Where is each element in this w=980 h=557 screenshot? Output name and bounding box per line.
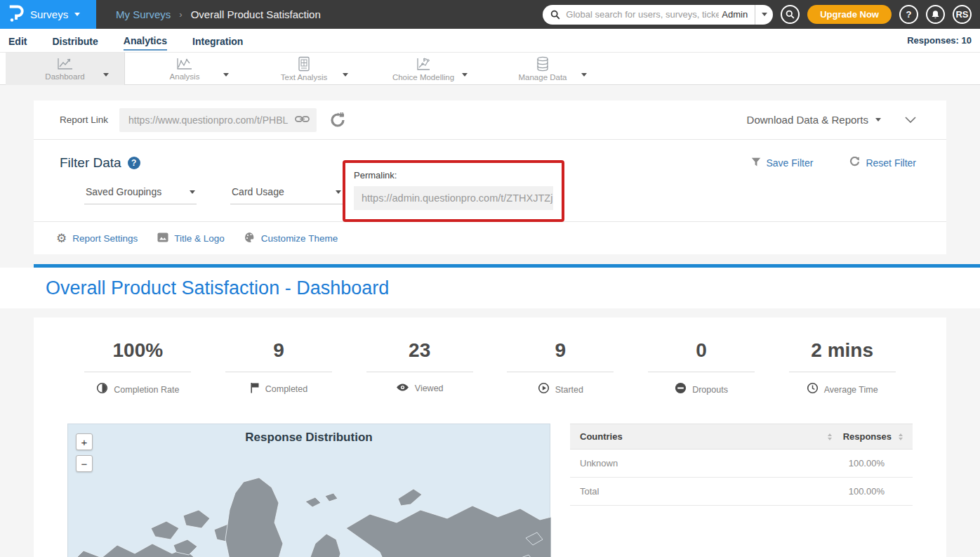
filter-data-title: Filter Data: [60, 155, 121, 171]
map-zoom-in-button[interactable]: +: [76, 433, 93, 450]
dashboard-chart-icon: [56, 57, 74, 71]
text-analysis-icon: [297, 56, 311, 72]
palette-icon-button[interactable]: Customize Theme: [244, 232, 338, 245]
countries-table-header: Countries Responses: [570, 424, 913, 450]
tab-manage-data-dropdown[interactable]: [581, 67, 587, 79]
completion-rate-icon: [96, 382, 108, 397]
collapse-panel-chevron-icon[interactable]: [905, 117, 916, 123]
user-avatar[interactable]: RS: [953, 5, 972, 24]
share-security-icon[interactable]: [330, 112, 345, 128]
download-data-reports-menu[interactable]: Download Data & Reports: [747, 114, 881, 126]
breadcrumb-my-surveys[interactable]: My Surveys: [116, 8, 171, 20]
play-circle-icon: [538, 382, 550, 397]
chevron-down-icon: [74, 13, 80, 16]
title-band: Overall Product Satisfaction - Dashboard: [0, 268, 980, 308]
clock-icon: [807, 382, 819, 397]
refresh-icon: [849, 157, 860, 169]
nav-item-edit[interactable]: Edit: [8, 32, 27, 50]
funnel-icon: [751, 157, 761, 169]
response-distribution-map[interactable]: Response Distribution + −: [67, 424, 550, 557]
report-settings-button[interactable]: ⚙ Report Settings: [56, 232, 138, 244]
stat-viewed: 23 Viewed: [349, 339, 490, 397]
surveys-app-switcher[interactable]: Surveys: [0, 0, 96, 29]
tab-label: Choice Modelling: [392, 73, 454, 81]
nav-item-integration[interactable]: Integration: [192, 32, 243, 50]
responses-count: Responses: 10: [907, 35, 972, 46]
report-settings-row: ⚙ Report Settings Title & Logo Customize…: [34, 221, 946, 254]
card-usage-select[interactable]: Card Usage: [230, 183, 343, 204]
notifications-button[interactable]: [926, 5, 945, 24]
stat-completion-rate: 100% Completion Rate: [67, 339, 208, 397]
save-filter-button[interactable]: Save Filter: [751, 157, 814, 169]
tab-dashboard[interactable]: Dashboard: [6, 53, 125, 85]
countries-table: Countries Responses Unknown 100.00% Tota…: [570, 424, 913, 557]
table-row: Unknown 100.00%: [570, 450, 913, 478]
global-search: Admin: [543, 5, 773, 25]
chevron-down-icon: [190, 190, 195, 194]
permalink-url-field[interactable]: https://admin.questionpro.com/t/ZTHXJTZj: [354, 186, 553, 210]
dashboard-card: 100% Completion Rate 9 Completed 23: [34, 317, 946, 557]
permalink-label: Permalink:: [354, 170, 553, 181]
nav-item-distribute[interactable]: Distribute: [52, 32, 98, 50]
filter-data-section: Filter Data ? Save Filter Reset Filter: [34, 140, 946, 221]
analysis-chart-icon: [176, 57, 194, 71]
page-title: Overall Product Satisfaction - Dashboard: [46, 277, 389, 299]
header-actions: Admin Upgrade Now ? RS: [543, 5, 980, 25]
upgrade-now-button[interactable]: Upgrade Now: [807, 5, 892, 24]
tab-text-analysis-dropdown[interactable]: [343, 67, 348, 79]
search-button[interactable]: [781, 5, 800, 24]
image-icon: [157, 232, 168, 244]
help-button[interactable]: ?: [899, 5, 918, 24]
report-link-row: Report Link https://www.questionpro.com/…: [34, 100, 946, 140]
link-icon[interactable]: [295, 114, 310, 126]
search-scope-label[interactable]: Admin: [719, 9, 755, 20]
search-icon: [550, 10, 560, 20]
stat-dropouts: 0 Dropouts: [631, 339, 772, 397]
column-header-countries[interactable]: Countries: [580, 431, 821, 442]
palette-icon: [244, 232, 256, 245]
breadcrumb-separator: ›: [179, 9, 182, 20]
questionpro-logo-icon: [9, 4, 24, 25]
tab-choice-modelling-dropdown[interactable]: [462, 67, 468, 79]
title-logo-button[interactable]: Title & Logo: [157, 232, 225, 244]
tab-text-analysis[interactable]: Text Analysis: [244, 53, 364, 85]
chevron-down-icon: [875, 118, 881, 122]
download-data-reports-label: Download Data & Reports: [747, 114, 868, 126]
tab-label: Analysis: [170, 72, 200, 81]
sort-responses-icon[interactable]: [899, 433, 903, 440]
map-title: Response Distribution: [68, 424, 550, 445]
chevron-down-icon: [762, 13, 767, 16]
global-search-input[interactable]: [566, 9, 719, 20]
reset-filter-button[interactable]: Reset Filter: [849, 157, 916, 169]
flag-icon: [250, 382, 260, 396]
stat-completed: 9 Completed: [208, 339, 350, 397]
chevron-down-icon: [336, 190, 341, 194]
minus-circle-icon: [675, 382, 687, 397]
analytics-toolbar: Dashboard Analysis Text Analysis Choice …: [0, 53, 980, 85]
choice-modelling-icon: [415, 57, 432, 72]
stat-average-time: 2 mins Average Time: [772, 339, 913, 397]
tab-dashboard-dropdown[interactable]: [103, 67, 109, 79]
world-map[interactable]: [68, 461, 551, 557]
tab-analysis-dropdown[interactable]: [223, 67, 229, 79]
filter-help-icon[interactable]: ?: [128, 157, 140, 169]
permalink-highlight-box: Permalink: https://admin.questionpro.com…: [343, 160, 564, 222]
sort-countries-icon[interactable]: [828, 433, 832, 440]
column-header-responses[interactable]: Responses: [843, 431, 892, 442]
eye-icon: [396, 382, 409, 395]
tab-analysis[interactable]: Analysis: [125, 53, 244, 85]
tab-manage-data[interactable]: Manage Data: [483, 53, 602, 85]
report-link-label: Report Link: [60, 114, 108, 125]
breadcrumb: My Surveys › Overall Product Satisfactio…: [116, 8, 321, 20]
tab-choice-modelling[interactable]: Choice Modelling: [364, 53, 483, 85]
saved-groupings-select[interactable]: Saved Groupings: [84, 183, 197, 204]
app-label: Surveys: [30, 8, 68, 20]
search-scope-dropdown[interactable]: [755, 5, 773, 25]
stat-started: 9 Started: [490, 339, 631, 397]
report-link-field[interactable]: https://www.questionpro.com/t/PHBL: [119, 108, 317, 132]
tab-label: Manage Data: [518, 73, 567, 81]
bell-icon: [931, 10, 940, 20]
tab-label: Text Analysis: [281, 73, 327, 81]
gear-icon: ⚙: [56, 232, 67, 244]
nav-item-analytics[interactable]: Analytics: [124, 31, 167, 51]
